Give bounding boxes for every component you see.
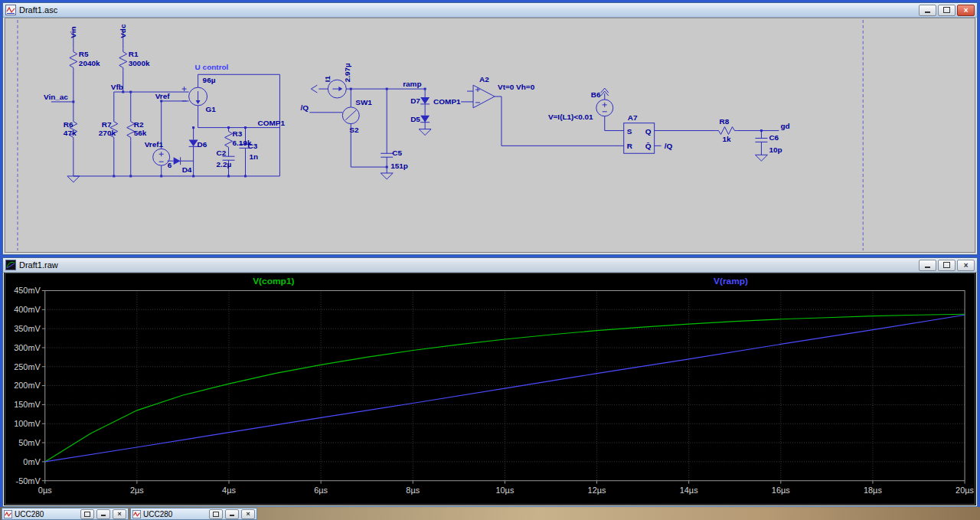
schematic-label: D6 xyxy=(198,140,207,149)
ground-symbol xyxy=(67,129,768,182)
close-button[interactable]: × xyxy=(957,5,975,16)
schematic-label: S xyxy=(627,127,632,136)
comparator xyxy=(473,85,495,108)
schematic-label: U control xyxy=(195,63,229,71)
schematic-label: A7 xyxy=(628,113,638,122)
resistor xyxy=(119,49,127,71)
ltspice-schematic-icon xyxy=(4,510,12,518)
x-axis-tick-label: 12µs xyxy=(588,486,607,495)
schematic-label: B6 xyxy=(591,90,601,99)
schematic-label: COMP1 xyxy=(433,97,461,106)
schematic-label: C5 xyxy=(392,149,402,157)
schematic-canvas[interactable]: VinVdcR52040kR13000kVin_acVfbVrefU contr… xyxy=(5,18,975,253)
schematic-drawing: VinVdcR52040kR13000kVin_acVfbVrefU contr… xyxy=(5,18,975,252)
schematic-label: R2 xyxy=(134,120,144,129)
minimize-button[interactable] xyxy=(225,509,239,519)
arrow-terminator xyxy=(311,85,608,96)
schematic-label: R8 xyxy=(720,117,730,126)
schematic-window: Draft1.asc × xyxy=(2,2,978,255)
restore-button[interactable] xyxy=(938,5,956,16)
close-button[interactable]: × xyxy=(957,260,975,271)
schematic-label: Vfb xyxy=(111,83,123,91)
y-axis-tick-label: 0mV xyxy=(23,457,41,466)
close-button[interactable]: × xyxy=(241,509,255,519)
x-axis-tick-label: 0µs xyxy=(38,486,52,495)
x-axis-tick-label: 18µs xyxy=(864,486,883,495)
x-axis-tick-label: 10µs xyxy=(495,486,514,495)
schematic-label: R7 xyxy=(102,120,112,129)
schematic-label: 56k xyxy=(134,129,147,138)
resistor xyxy=(225,129,233,151)
ltspice-schematic-icon xyxy=(5,5,16,15)
schematic-label: G1 xyxy=(206,105,217,113)
schematic-label: R1 xyxy=(129,51,139,59)
minimized-window-2[interactable]: UCC280 × xyxy=(130,508,257,520)
x-axis-tick-label: 8µs xyxy=(406,486,420,495)
schematic-label: Vin_ac xyxy=(44,93,68,101)
schematic-label: 2.97µ xyxy=(343,63,351,82)
restore-button[interactable] xyxy=(209,509,223,519)
schematic-label: Vt=0 Vh=0 xyxy=(498,83,535,91)
waveform-plot[interactable]: 450mV400mV350mV300mV250mV200mV150mV100mV… xyxy=(5,273,975,505)
waveform-window-title: Draft1.raw xyxy=(19,260,58,270)
close-button[interactable]: × xyxy=(113,509,126,519)
legend-entry: V(ramp) xyxy=(714,276,748,286)
y-axis-tick-label: 300mV xyxy=(14,343,41,352)
schematic-label: 2040k xyxy=(79,59,100,67)
y-axis-tick-label: 100mV xyxy=(14,419,41,428)
schematic-label: R3 xyxy=(233,130,243,139)
schematic-label: 2.2µ xyxy=(217,160,232,168)
minimize-button[interactable] xyxy=(96,509,110,519)
y-axis-tick-label: 450mV xyxy=(14,286,41,295)
minimize-button[interactable] xyxy=(919,260,936,271)
schematic-label: C3 xyxy=(248,142,258,150)
y-axis-tick-label: 150mV xyxy=(14,400,41,409)
schematic-label: /Q xyxy=(665,142,673,150)
schematic-label: gd xyxy=(780,122,789,130)
schematic-label: 270k xyxy=(99,129,116,138)
y-axis-tick-label: 350mV xyxy=(14,324,41,333)
y-axis-tick-label: 400mV xyxy=(14,305,41,314)
schematic-label: COMP1 xyxy=(257,119,285,127)
y-axis-tick-label: 250mV xyxy=(14,362,41,371)
x-axis-tick-label: 16µs xyxy=(772,486,791,495)
schematic-label: 96µ xyxy=(203,76,216,84)
schematic-label: A2 xyxy=(479,75,489,83)
bv-source xyxy=(596,100,613,116)
schematic-label: D5 xyxy=(410,115,420,123)
schematic-label: /Q xyxy=(300,103,309,112)
schematic-window-title: Draft1.asc xyxy=(19,5,57,15)
schematic-label: Q̄ xyxy=(645,142,652,150)
minimized-window-title: UCC280 xyxy=(143,510,207,518)
schematic-label: Vin xyxy=(69,27,77,38)
restore-button[interactable] xyxy=(80,509,94,519)
schematic-label: 1n xyxy=(249,152,258,161)
schematic-label: I1 xyxy=(323,75,332,82)
ltspice-waveform-icon xyxy=(5,260,16,270)
y-axis-tick-label: -50mV xyxy=(16,476,41,486)
schematic-label: 151p xyxy=(390,162,408,170)
schematic-titlebar[interactable]: Draft1.asc × xyxy=(3,3,977,18)
schematic-label: ramp xyxy=(403,80,421,88)
waveform-window-controls: × xyxy=(919,260,975,271)
legend-entry: V(comp1) xyxy=(253,276,294,286)
y-axis-tick-label: 200mV xyxy=(14,381,41,391)
ltspice-schematic-icon xyxy=(132,510,141,518)
waveform-titlebar[interactable]: Draft1.raw × xyxy=(3,258,977,273)
schematic-label: C6 xyxy=(769,133,779,142)
schematic-label: Vref1 xyxy=(145,140,164,149)
schematic-label: 3000k xyxy=(129,59,150,67)
desktop-strip: UCC280 × UCC280 × xyxy=(0,507,980,520)
x-axis-tick-label: 14µs xyxy=(680,486,699,495)
schematic-label: V=I(L1)<0.01 xyxy=(548,113,593,121)
desktop: Draft1.asc × xyxy=(0,0,980,520)
schematic-window-controls: × xyxy=(919,5,975,16)
minimize-button[interactable] xyxy=(919,5,936,16)
minimized-window-1[interactable]: UCC280 × xyxy=(2,508,129,520)
waveform-plot-svg: 450mV400mV350mV300mV250mV200mV150mV100mV… xyxy=(5,273,975,504)
resistor xyxy=(70,49,77,71)
schematic-label: R5 xyxy=(79,51,89,59)
trace-V(ramp) xyxy=(45,315,965,462)
restore-button[interactable] xyxy=(938,260,956,271)
x-axis-tick-label: 2µs xyxy=(130,486,144,495)
